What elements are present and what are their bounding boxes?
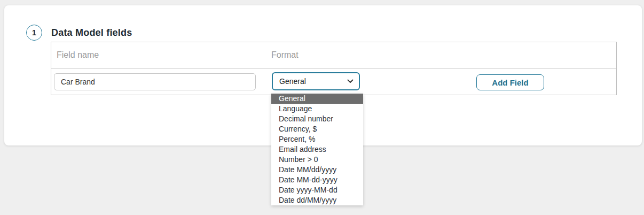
format-select-value: General [279, 77, 347, 86]
fields-table: Field name Format General Add Field [51, 42, 617, 95]
step-header: 1 Data Model fields [26, 25, 132, 41]
field-name-input[interactable] [54, 73, 256, 90]
section-title: Data Model fields [51, 27, 132, 39]
format-dropdown-menu: General Language Decimal number Currency… [271, 94, 363, 205]
table-row: General Add Field [51, 68, 616, 95]
dropdown-option-percent[interactable]: Percent, % [271, 134, 363, 144]
dropdown-option-currency[interactable]: Currency, $ [271, 124, 363, 134]
dropdown-option-date-dd-mm-yyyy[interactable]: Date dd/MM/yyyy [271, 195, 363, 205]
dropdown-option-language[interactable]: Language [271, 104, 363, 114]
column-header-format: Format [271, 50, 299, 60]
dropdown-option-date-mm-slash-dd-yyyy[interactable]: Date MM/dd/yyyy [271, 165, 363, 175]
dropdown-option-general[interactable]: General [271, 94, 363, 104]
dropdown-option-decimal-number[interactable]: Decimal number [271, 114, 363, 124]
column-header-field-name: Field name [57, 50, 99, 60]
chevron-down-icon [347, 79, 354, 83]
step-number: 1 [32, 28, 36, 37]
table-header-row: Field name Format [51, 42, 616, 68]
dropdown-option-date-yyyy-mm-dd[interactable]: Date yyyy-MM-dd [271, 185, 363, 195]
dropdown-option-email-address[interactable]: Email address [271, 144, 363, 155]
dropdown-option-number-gt-0[interactable]: Number > 0 [271, 155, 363, 165]
add-field-button[interactable]: Add Field [476, 74, 544, 90]
format-select[interactable]: General [272, 72, 360, 90]
page: { "step": { "number": "1", "title": "Dat… [0, 0, 644, 215]
step-number-badge: 1 [26, 25, 42, 41]
dropdown-option-date-mm-dash-dd-yyyy[interactable]: Date MM-dd-yyyy [271, 175, 363, 185]
